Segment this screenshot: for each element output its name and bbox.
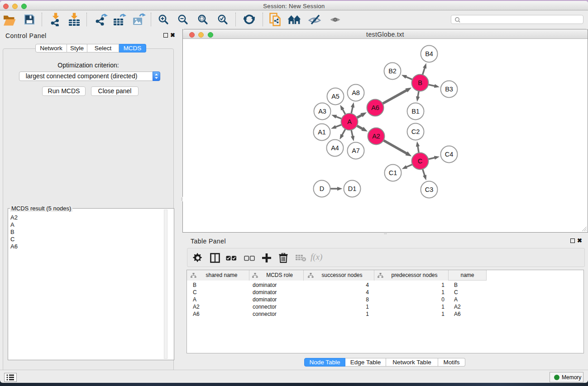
svg-text:B1: B1	[411, 108, 420, 115]
svg-text:C: C	[418, 157, 422, 165]
svg-text:A8: A8	[352, 89, 360, 96]
svg-text:A: A	[347, 118, 352, 125]
svg-text:B: B	[418, 79, 422, 86]
svg-text:C4: C4	[445, 151, 454, 158]
svg-text:A3: A3	[318, 108, 326, 115]
svg-text:D1: D1	[348, 185, 357, 192]
svg-text:D: D	[320, 185, 324, 192]
svg-text:B2: B2	[388, 67, 397, 75]
svg-text:A1: A1	[318, 129, 326, 136]
svg-text:B4: B4	[425, 50, 433, 57]
svg-text:A5: A5	[331, 93, 339, 100]
svg-text:A4: A4	[331, 144, 339, 152]
svg-text:A7: A7	[352, 147, 360, 154]
svg-text:C3: C3	[425, 186, 434, 193]
svg-text:C2: C2	[411, 128, 420, 135]
svg-text:A6: A6	[371, 104, 379, 111]
svg-text:A2: A2	[372, 133, 380, 140]
svg-text:C1: C1	[389, 169, 397, 176]
svg-text:B3: B3	[445, 86, 453, 93]
